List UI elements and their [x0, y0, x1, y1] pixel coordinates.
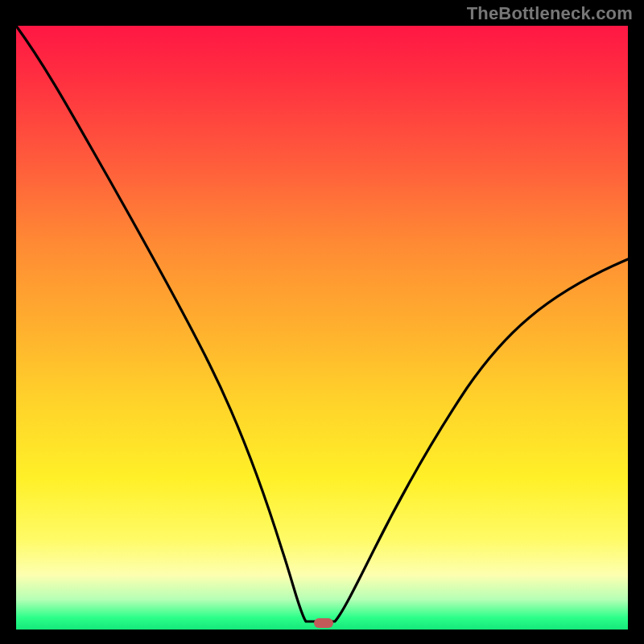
bottleneck-curve: [16, 26, 628, 630]
watermark-text: TheBottleneck.com: [467, 3, 633, 24]
optimal-marker: [314, 618, 333, 628]
plot-area: [16, 26, 628, 630]
chart-frame: TheBottleneck.com: [0, 0, 644, 644]
curve-path: [16, 26, 628, 621]
